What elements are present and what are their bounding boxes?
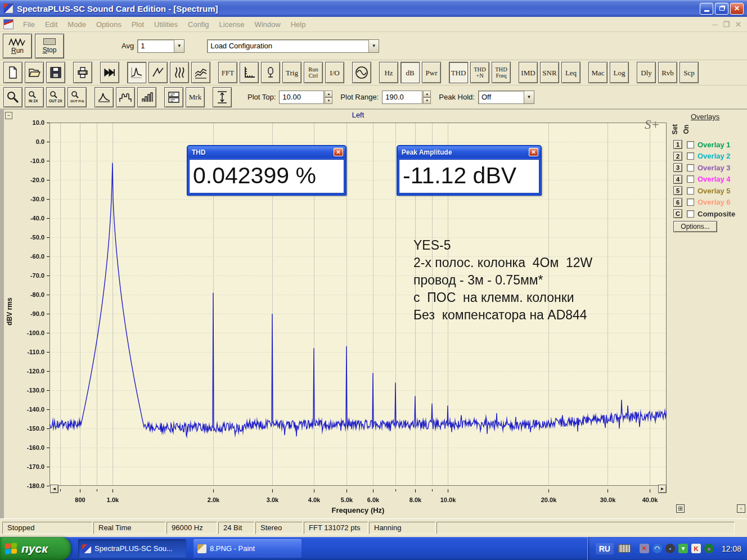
tray-volume-icon[interactable]: • [665, 544, 675, 553]
scaling-button[interactable] [240, 62, 259, 83]
restore-button[interactable] [715, 3, 728, 15]
menu-item-window[interactable]: Window [249, 18, 285, 31]
plot-top-input[interactable]: 10.00 [279, 91, 324, 104]
minimize-button[interactable] [700, 3, 713, 15]
peak-plot-button[interactable] [94, 87, 114, 107]
bar-plot-button[interactable] [137, 87, 156, 107]
tray-kaspersky-icon[interactable]: K [691, 544, 701, 553]
mdi-close-icon[interactable]: ✕ [735, 20, 741, 29]
run-control-button[interactable]: Run Ctrl [304, 62, 323, 83]
overlay-on-checkbox-1[interactable] [687, 141, 694, 148]
tray-network-error-icon[interactable]: ✕ [640, 544, 649, 553]
macro-button[interactable]: Mac [588, 62, 608, 83]
marker-button[interactable]: Mrk [186, 87, 205, 107]
menu-item-license[interactable]: License [214, 18, 250, 31]
open-file-button[interactable] [25, 62, 44, 83]
chevron-down-icon[interactable]: ▼ [174, 40, 184, 52]
menu-item-config[interactable]: Config [183, 18, 214, 31]
close-icon[interactable]: ✕ [334, 148, 343, 156]
menu-item-options[interactable]: Options [91, 18, 127, 31]
scope-button[interactable]: Scp [680, 62, 699, 83]
range-cursor-button[interactable] [213, 87, 232, 107]
delay-button[interactable]: Dly [637, 62, 656, 83]
waveform-view-button[interactable] [148, 62, 168, 83]
menu-item-plot[interactable]: Plot [127, 18, 149, 31]
scroll-left-button[interactable]: ◄ [50, 485, 58, 493]
trigger-button[interactable]: Trig [282, 62, 302, 83]
taskbar-task-1[interactable]: SpectraPLUS-SC Sou... [78, 539, 186, 558]
thd-window-titlebar[interactable]: THD ✕ [188, 146, 345, 158]
plot-top-stepper[interactable]: ▲▼ [325, 91, 332, 104]
zoom-out-2x-button[interactable]: OUT 2X [46, 87, 65, 107]
signal-generator-button[interactable] [352, 62, 371, 83]
zoom-button[interactable] [3, 87, 22, 107]
spectrum-view-button[interactable] [127, 62, 146, 83]
surface-view-button[interactable] [191, 62, 210, 83]
start-button[interactable]: пуск [0, 537, 71, 560]
overlay-set-button-6[interactable]: 6 [673, 198, 682, 207]
io-device-button[interactable]: I/O [325, 62, 344, 83]
overlay-options-button[interactable]: Options... [673, 221, 717, 232]
tray-update-icon[interactable]: ▾ [678, 544, 688, 553]
imd-button[interactable]: IMD [519, 62, 538, 83]
overlay-set-button-1[interactable]: 1 [673, 140, 682, 149]
overlay-on-checkbox-6[interactable] [687, 198, 694, 206]
menu-item-edit[interactable]: Edit [40, 18, 62, 31]
plot-range-stepper[interactable]: ▲▼ [423, 91, 431, 104]
peak-window-titlebar[interactable]: Peak Amplitude ✕ [398, 146, 541, 158]
leq-button[interactable]: Leq [561, 62, 580, 83]
log-button[interactable]: Log [610, 62, 629, 83]
peak-hold-select[interactable]: Off ▼ [478, 91, 534, 104]
snr-button[interactable]: SNR [540, 62, 559, 83]
reverb-button[interactable]: Rvb [658, 62, 677, 83]
overlay-on-checkbox-3[interactable] [687, 164, 694, 171]
overlay-on-checkbox-4[interactable] [687, 175, 694, 183]
menu-item-mode[interactable]: Mode [62, 18, 91, 31]
language-indicator[interactable]: RU [596, 543, 614, 554]
zoom-out-full-button[interactable]: OUT FUL [68, 87, 87, 107]
mdi-restore-icon[interactable]: ❐ [723, 20, 730, 29]
overlay-set-button-4[interactable]: 4 [673, 175, 682, 184]
pwr-button[interactable]: Pwr [422, 62, 441, 83]
chevron-down-icon[interactable]: ▼ [368, 40, 379, 52]
thd-freq-button[interactable]: THD Freq [492, 62, 511, 83]
overlay-set-button-3[interactable]: 3 [673, 163, 682, 172]
chevron-down-icon[interactable]: ▼ [524, 91, 534, 103]
zoom-in-2x-button[interactable]: IN 2X [25, 87, 44, 107]
thd-button[interactable]: THD [449, 62, 468, 83]
overlay-on-checkbox-C[interactable] [687, 210, 694, 218]
speed-button[interactable] [100, 62, 119, 83]
spectrogram-view-button[interactable] [170, 62, 189, 83]
plot-range-input[interactable]: 190.0 [382, 91, 422, 104]
scroll-right-button[interactable]: ► [658, 485, 667, 493]
close-icon[interactable]: ✕ [529, 148, 538, 156]
close-button[interactable]: ✕ [730, 3, 744, 15]
calibration-button[interactable] [261, 62, 280, 83]
control-panel-button[interactable] [164, 87, 183, 107]
keyboard-icon[interactable] [618, 544, 631, 553]
overlay-set-button-2[interactable]: 2 [673, 152, 682, 161]
print-button[interactable] [73, 62, 92, 83]
mdi-minimize-icon[interactable]: ─ [712, 20, 717, 29]
line-plot-button[interactable] [116, 87, 135, 107]
new-file-button[interactable] [3, 62, 22, 83]
stop-button[interactable]: Stop [35, 34, 64, 58]
overlay-set-button-5[interactable]: 5 [673, 186, 682, 195]
run-button[interactable]: Run [3, 34, 32, 58]
menu-item-file[interactable]: File [18, 18, 40, 31]
avg-select[interactable]: 1 ▼ [137, 39, 184, 53]
tray-monitor-icon[interactable]: ● [704, 544, 714, 553]
db-button[interactable]: dB [400, 62, 420, 83]
fft-settings-button[interactable]: FFT [218, 62, 237, 83]
overlay-set-button-C[interactable]: C [673, 209, 682, 218]
save-button[interactable] [46, 62, 65, 83]
overlay-on-checkbox-2[interactable] [687, 152, 694, 160]
overlay-on-checkbox-5[interactable] [687, 187, 694, 195]
thd-n-button[interactable]: THD +N [470, 62, 489, 83]
load-configuration-select[interactable]: Load Configuration ▼ [207, 39, 379, 53]
menu-item-help[interactable]: Help [286, 18, 311, 31]
taskbar-task-2[interactable]: 8.PNG - Paint [194, 539, 302, 558]
menu-item-utilities[interactable]: Utilities [149, 18, 183, 31]
tray-globe-icon[interactable]: ◠ [652, 544, 662, 553]
hz-button[interactable]: Hz [379, 62, 398, 83]
